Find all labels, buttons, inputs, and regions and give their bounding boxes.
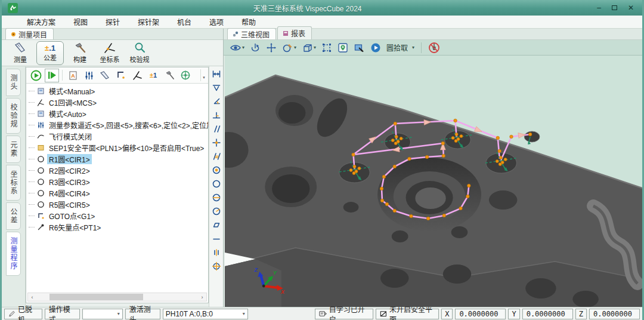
tab-report[interactable]: 报表	[277, 26, 312, 39]
concentricity-icon[interactable]	[210, 164, 222, 176]
view-panel: 三维视图 报表 ▾	[224, 29, 642, 307]
position-icon[interactable]	[210, 137, 222, 149]
menu-solution[interactable]: 解决方案	[26, 16, 57, 28]
chevron-down-icon: ▾	[243, 311, 245, 316]
construct-small-button[interactable]	[162, 69, 177, 82]
angle-icon[interactable]	[210, 96, 222, 107]
tree-item-r5-circle[interactable]: R5圆<CIR5>	[29, 199, 208, 210]
scroll-left-icon[interactable]: ‹	[28, 294, 36, 300]
roundness-icon[interactable]	[210, 178, 222, 190]
ribbon-coordsys-button[interactable]: 坐标系	[96, 41, 123, 65]
ribbon-construct-button[interactable]: 构建	[66, 41, 94, 65]
ribbon-gauge-button[interactable]: 校验规	[126, 41, 153, 65]
tree-item-c1-recall[interactable]: C1回调<MCS>	[29, 97, 208, 108]
menu-help[interactable]: 帮助	[240, 16, 257, 28]
flatness-icon[interactable]	[210, 219, 222, 231]
caliper-icon	[14, 42, 27, 54]
minimize-button[interactable]: –	[597, 4, 601, 11]
scroll-right-icon[interactable]: ›	[198, 294, 206, 300]
tree-item-r4-circle[interactable]: R4圆<CIR4>	[29, 187, 208, 199]
measure-element-button[interactable]	[98, 69, 112, 82]
coordsys-small-button[interactable]	[130, 69, 144, 82]
angle-vee-icon[interactable]	[210, 82, 222, 94]
measure-params-button[interactable]	[82, 69, 96, 82]
tree-item-fly-mode[interactable]: 飞行模式关闭	[29, 131, 208, 142]
angularity-icon[interactable]	[210, 150, 222, 162]
rotate-view-button[interactable]	[250, 42, 261, 53]
axes-small-icon	[132, 70, 143, 81]
coord-x-label: X	[441, 309, 453, 319]
scrollbar-thumb[interactable]	[49, 294, 143, 300]
toolbar-overflow-button[interactable]: ▾	[200, 69, 207, 81]
statusbar: 已脱机 操作模式 ▾ 激活测头 PH10T A:0,B:0▾ 自学习已开启 未开…	[2, 307, 642, 320]
maximize-button[interactable]	[612, 4, 617, 11]
eye-icon	[230, 42, 242, 53]
distance-icon[interactable]	[210, 68, 222, 80]
tree-item-mode-manual[interactable]: 模式<Manual>	[29, 85, 208, 97]
tree-item-r2-circle[interactable]: R2圆<CIR2>	[29, 165, 208, 176]
tree-item-r1-circle[interactable]: R1圆<CIR1>	[29, 153, 208, 165]
circular-runout-icon[interactable]	[210, 205, 222, 217]
tab-measure-project[interactable]: 测量项目	[5, 28, 54, 39]
tree-item-goto-point[interactable]: GOTO点<G1>	[29, 210, 208, 221]
locate-button[interactable]	[338, 42, 348, 53]
menu-probe-rack[interactable]: 探针架	[137, 16, 160, 28]
perpendicularity-icon[interactable]	[210, 109, 222, 121]
menu-options[interactable]: 选项	[208, 16, 225, 28]
line-profile-icon[interactable]	[210, 247, 222, 259]
axis-x-label: X	[280, 289, 285, 295]
viewport-3d[interactable]: X Y Z	[224, 56, 642, 307]
tree-item-safety-plane[interactable]: SEP1安全平面<PLN1>偏移<10>是否启用<True>	[29, 142, 208, 153]
visibility-button[interactable]: ▾	[230, 42, 244, 53]
tree-horizontal-scrollbar[interactable]: ‹ ›	[27, 293, 207, 301]
goto-button[interactable]	[114, 69, 128, 82]
chevron-down-icon: ▾	[242, 45, 244, 50]
tree-item-r3-circle[interactable]: R3圆<CIR3>	[29, 176, 208, 187]
chevron-down-icon: ▾	[412, 45, 414, 50]
tree-item-mode-auto[interactable]: 模式<Auto>	[29, 108, 208, 119]
view-cube-button[interactable]: ▾	[302, 42, 316, 53]
tolerance-small-button[interactable]: ±1	[146, 69, 160, 82]
shading-button[interactable]: ▾	[282, 42, 296, 53]
menu-machine[interactable]: 机台	[176, 16, 193, 28]
cube-icon	[302, 42, 313, 53]
circle-pick-button[interactable]: 圆拾取 ▾	[386, 42, 414, 53]
step-run-button[interactable]	[45, 69, 59, 82]
play-icon	[370, 42, 381, 53]
run-program-button[interactable]	[29, 69, 43, 82]
menubar: 解决方案 视图 探针 探针架 机台 选项 帮助	[2, 16, 642, 29]
side-tab-coordsys[interactable]: 坐标系	[6, 165, 21, 201]
side-tab-tolerance[interactable]: 公差	[6, 202, 21, 230]
mode-select[interactable]: ▾	[82, 309, 123, 319]
pan-view-button[interactable]	[266, 42, 277, 53]
scan-button[interactable]	[178, 69, 193, 82]
svg-text:A: A	[71, 73, 75, 79]
select-region-button[interactable]	[321, 42, 332, 53]
close-button[interactable]: ✕	[628, 4, 634, 11]
tree-item-r6-vector-point[interactable]: R6矢量点<PT1>	[29, 221, 208, 233]
scene-3d: X Y Z	[225, 56, 642, 307]
tab-3d-view[interactable]: 三维视图	[227, 28, 276, 39]
self-learn-status: 自学习已开启	[315, 309, 373, 319]
straightness-icon[interactable]	[210, 233, 222, 245]
side-tab-elements[interactable]: 元素	[6, 136, 21, 163]
ribbon-tolerance-button[interactable]: ±.1 公差	[36, 41, 64, 65]
side-tab-measure-program[interactable]: 测量程序	[6, 232, 21, 276]
ribbon-measure-button[interactable]: 测量	[7, 41, 34, 65]
menu-view[interactable]: 视图	[72, 16, 89, 28]
self-learn-icon	[319, 310, 327, 318]
symmetry-icon[interactable]	[210, 192, 222, 204]
window-zoom-button[interactable]	[354, 42, 365, 53]
coord-x-value: 0.0000000	[455, 309, 506, 319]
parallelism-icon[interactable]	[210, 123, 222, 135]
probe-hide-button[interactable]	[428, 42, 440, 54]
tree-item-measure-params[interactable]: 测量参数逼近<5>,回退<5>,搜索<6>,定位<2>,定位加<2>,测量	[29, 119, 208, 131]
side-tab-probe[interactable]: 测头	[6, 69, 21, 96]
mode-label-box: 操作模式	[45, 309, 80, 319]
side-tab-gauge[interactable]: 校验规	[6, 98, 21, 134]
report-doc-button[interactable]: A	[66, 69, 80, 82]
menu-probe[interactable]: 探针	[104, 16, 121, 28]
play-demo-button[interactable]	[370, 42, 381, 53]
active-probe-select[interactable]: PH10T A:0,B:0▾	[163, 309, 248, 319]
true-position-icon[interactable]	[210, 260, 222, 272]
